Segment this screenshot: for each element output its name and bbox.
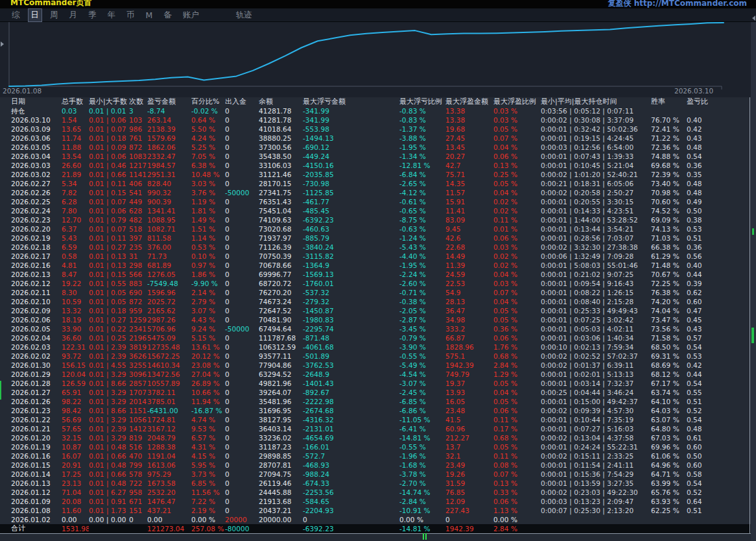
table-row[interactable]: 2026.02.118.300.01 | 0.056901596.962.14 … xyxy=(0,288,756,297)
cell-8: -892.67 xyxy=(303,388,399,397)
table-row[interactable]: 2026.02.0293.720.01 | 2.39362615672.2520… xyxy=(0,352,756,361)
menu-item-0[interactable]: 综 xyxy=(9,9,23,21)
table-row[interactable]: 2026.03.0511.880.01 | 0.098721862.065.25… xyxy=(0,143,756,152)
table-row[interactable]: 2026.01.30156.150.01 | 4.55325514610.342… xyxy=(0,361,756,370)
position-row[interactable]: 持仓0.030.01 | 0.013-8.74-0.02 %041281.78-… xyxy=(0,106,756,115)
table-row[interactable]: 2026.02.138.470.01 | 0.155661276.051.86 … xyxy=(0,270,756,279)
cell-4: 15672.25 xyxy=(147,352,191,361)
menu-item-4[interactable]: 季 xyxy=(86,9,99,21)
table-row[interactable]: 2026.01.0920.080.01 | 0.916711476.477.22… xyxy=(0,497,756,506)
cell-2: 0.01 | 0.13 xyxy=(89,261,129,270)
cell-6: 0 xyxy=(225,315,259,324)
cell-9: -3.07 % xyxy=(399,379,445,388)
table-row[interactable]: 2026.01.2256.690.01 | 3.2910561724.814.7… xyxy=(0,415,756,424)
table-row[interactable]: 2026.03.0413.540.01 | 0.0610832332.477.0… xyxy=(0,152,756,161)
cell-9: -2.70 % xyxy=(399,479,445,488)
cell-14: 0.36 xyxy=(687,243,756,252)
cell-13: 62.25 % xyxy=(651,506,687,515)
table-row[interactable]: 2026.02.164.810.01 | 0.13298681.890.97 %… xyxy=(0,261,756,270)
vertical-scrollbar[interactable] xyxy=(751,22,756,541)
cell-9: -3.90 % xyxy=(399,343,445,352)
menu-item-3[interactable]: 月 xyxy=(67,9,80,21)
cell-4: 900.39 xyxy=(147,197,191,206)
cell-3: 3096 xyxy=(129,370,147,379)
cell-0: 2026.02.25 xyxy=(0,197,62,206)
cell-0: 2026.01.19 xyxy=(0,442,62,451)
table-row[interactable]: 2026.03.101.540.01 | 0.06103263.140.64 %… xyxy=(0,115,756,125)
table-row[interactable]: 2026.02.275.340.01 | 0.11406828.403.03 %… xyxy=(0,179,756,188)
table-row[interactable]: 2026.01.1910.870.01 | 0.485161288.384.31… xyxy=(0,442,756,451)
total-row[interactable]: 合计1531.98121273.04257.08 %-80000-6392.23… xyxy=(0,524,756,534)
menu-item-1[interactable]: 日 xyxy=(29,9,42,21)
table-row[interactable]: 2026.03.0611.740.01 | 0.187611579.694.24… xyxy=(0,134,756,143)
vertical-scrollbar-thumb[interactable] xyxy=(751,328,754,343)
cell-11: 0.07 % xyxy=(493,288,541,297)
cell-14: 0.53 xyxy=(687,352,756,361)
menu-item-7[interactable]: M xyxy=(143,10,156,21)
table-row[interactable]: 2026.01.2398.420.01 | 8.661151-6431.00-1… xyxy=(0,406,756,415)
menu-item-8[interactable]: 备 xyxy=(161,9,174,21)
cell-4: 2532.20 xyxy=(147,488,191,497)
table-row[interactable]: 2026.02.0533.900.01 | 0.2223415706.969.2… xyxy=(0,324,756,333)
cell-9: -0.38 % xyxy=(399,297,445,306)
site-link[interactable]: 复盈侠 http://MTCommander.com xyxy=(608,0,747,9)
cell-4: 437.21 xyxy=(147,506,191,515)
cell-6: 0 xyxy=(225,288,259,297)
table-row[interactable]: 2026.03.0221.890.01 | 0.6611412951.3110.… xyxy=(0,170,756,179)
table-row[interactable]: 2026.01.1616.070.01 | 0.664701191.044.15… xyxy=(0,451,756,461)
table-row[interactable]: 2026.01.2698.220.01 | 3.2920143785.0111.… xyxy=(0,397,756,406)
table-row[interactable]: 2026.02.0436.600.01 | 0.2521965475.095.1… xyxy=(0,333,756,343)
table-row[interactable]: 2026.02.0618.190.01 | 0.2712592987.264.4… xyxy=(0,315,756,324)
cell-13: 69.96 % xyxy=(651,442,687,451)
menu-item-5[interactable]: 年 xyxy=(105,9,119,21)
menu-item-10[interactable]: 轨迹 xyxy=(233,9,255,21)
cell-6: 20000 xyxy=(225,515,259,524)
table-row[interactable]: 2026.02.1010.590.01 | 0.058722025.722.79… xyxy=(0,297,756,306)
table-row[interactable]: 2026.03.0326.600.01 | 0.4612171984.576.3… xyxy=(0,161,756,170)
cell-12: 0:00:01 | 0:25:33 | 49:49:43 xyxy=(541,306,651,315)
cell-5: 3.07 % xyxy=(191,306,225,315)
table-row[interactable]: 2026.02.267.820.01 | 0.15541990.323.76 %… xyxy=(0,188,756,197)
table-row[interactable]: 2026.01.020.000.00 | 0.0000.000.00 %2000… xyxy=(0,515,756,524)
cell-2: 0.01 | 2.39 xyxy=(89,343,129,352)
table-row[interactable]: 2026.01.0811.600.01 | 1.73151437.212.19 … xyxy=(0,506,756,515)
table-row[interactable]: 2026.01.29120.040.01 | 3.29309613472.562… xyxy=(0,370,756,379)
table-row[interactable]: 2026.01.1417.250.01 | 0.66578975.293.73 … xyxy=(0,470,756,479)
table-row[interactable]: 2026.01.2032.150.01 | 3.298192048.796.57… xyxy=(0,433,756,442)
table-row[interactable]: 2026.02.170.580.01 | 0.133171.730.10 %07… xyxy=(0,252,756,261)
table-row[interactable]: 2026.02.206.370.01 | 0.075181082.711.51 … xyxy=(0,224,756,234)
table-row[interactable]: 2026.01.28126.590.01 | 8.66285710557.892… xyxy=(0,379,756,388)
cell-9: -3.78 % xyxy=(399,470,445,479)
table-row[interactable]: 2026.02.186.590.01 | 0.27235376.000.53 %… xyxy=(0,243,756,252)
cell-0: 2026.01.21 xyxy=(0,424,62,433)
menu-item-9[interactable]: 账户 xyxy=(180,9,202,21)
cell-4: 2048.79 xyxy=(147,433,191,442)
cell-7: 41281.78 xyxy=(259,106,303,115)
cell-10: 11.41 xyxy=(445,206,493,215)
table-row[interactable]: 2026.02.2312.700.01 | 0.794821088.951.49… xyxy=(0,215,756,224)
table-row[interactable]: 2026.01.2157.650.01 | 2.3914123167.129.5… xyxy=(0,424,756,433)
cell-7 xyxy=(259,524,303,534)
menu-item-6[interactable]: 币 xyxy=(124,9,137,21)
table-row[interactable]: 2026.02.247.800.01 | 0.066281341.411.81 … xyxy=(0,206,756,215)
cell-9: -6.41 % xyxy=(399,424,445,433)
cell-11: 0.03 % xyxy=(493,115,541,125)
table-row[interactable]: 2026.01.1323.130.01 | 0.487221673.586.85… xyxy=(0,479,756,488)
cell-2: 0.01 | 0.46 xyxy=(89,161,129,170)
table-row[interactable]: 2026.01.1271.040.01 | 6.279582532.2011.5… xyxy=(0,488,756,497)
table-row[interactable]: 2026.02.0913.320.01 | 0.189592165.623.07… xyxy=(0,306,756,315)
table-row[interactable]: 2026.01.2765.910.01 | 3.2917073782.1110.… xyxy=(0,388,756,397)
cell-14: 0.52 xyxy=(687,488,756,497)
menu-item-2[interactable]: 周 xyxy=(47,9,61,21)
table-row[interactable]: 2026.02.03122.310.01 | 2.39381912735.481… xyxy=(0,343,756,352)
cell-10: 11.39 xyxy=(445,261,493,270)
cell-10: 575.1 xyxy=(445,352,493,361)
cell-13: 65.76 % xyxy=(651,488,687,497)
table-row[interactable]: 2026.02.195.430.01 | 0.11397811.581.14 %… xyxy=(0,234,756,243)
table-row[interactable]: 2026.01.1520.910.01 | 0.487991613.065.95… xyxy=(0,461,756,470)
table-row[interactable]: 2026.03.0913.650.01 | 0.079862138.395.50… xyxy=(0,125,756,134)
table-row[interactable]: 2026.02.1219.220.01 | 0.55883-7549.48-9.… xyxy=(0,279,756,288)
table-row[interactable]: 2026.02.256.280.01 | 0.07449900.391.19 %… xyxy=(0,197,756,206)
scrollbar-arrow-icon[interactable] xyxy=(752,16,755,21)
cell-0: 2026.01.28 xyxy=(0,379,62,388)
